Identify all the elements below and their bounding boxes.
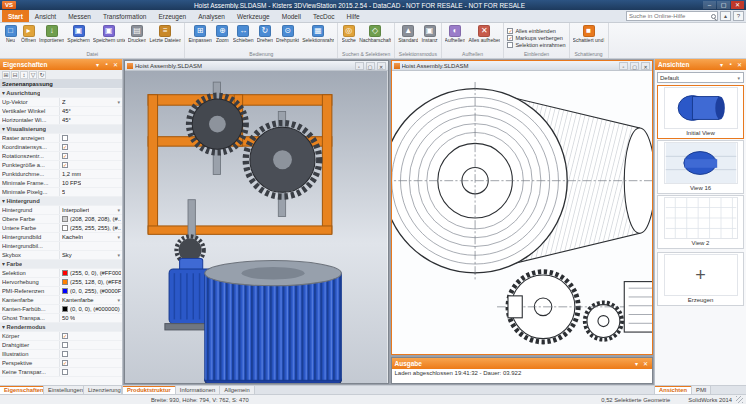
tab-tecdoc[interactable]: TecDoc [307,10,341,22]
property-value[interactable]: (255, 255, 255), (#... [59,224,122,232]
property-row[interactable]: Minimale Frame...10 FPS [0,179,122,188]
ribbon-button-standard[interactable]: ▲Standard [397,24,419,44]
chevron-down-icon[interactable] [718,61,725,68]
property-value[interactable]: (0, 0, 0), (#000000) [59,305,122,313]
ribbon-button-einpassen[interactable]: ⊞Einpassen [187,24,212,44]
ribbon-button-aufhellen[interactable]: ◐Aufhellen [444,24,467,44]
property-value[interactable]: ✓ [59,332,122,340]
close-icon[interactable] [642,360,649,367]
property-row[interactable]: Rotationszentr...✓ [0,152,122,161]
tab-erzeugen[interactable]: Erzeugen [152,10,192,22]
minimize-button[interactable] [703,1,716,9]
property-value[interactable] [59,134,122,142]
ribbon-checkbox-alles-einblenden[interactable]: ✓Alles einblenden [507,28,565,34]
sort-icon[interactable]: ↕ [20,71,28,79]
tab-ansicht[interactable]: Ansicht [29,10,62,22]
view-item-view-2[interactable]: View 2 [657,195,744,249]
panel-tab-einstellungen[interactable]: Einstellungen [44,386,84,394]
property-row[interactable]: Punktegröße a...✓ [0,161,122,170]
ribbon-button-speichern[interactable]: ▣Speichern [66,24,91,44]
checkbox-icon[interactable]: ✓ [62,360,68,366]
property-value[interactable]: ✓ [59,161,122,169]
property-row[interactable]: Drahtgitter [0,341,122,350]
pin-icon[interactable] [727,61,734,68]
property-row[interactable]: Körper✓ [0,332,122,341]
property-row[interactable]: HintergrundInterpoliert▾ [0,206,122,215]
panel-tab-lizenzierung[interactable]: Lizenzierung [84,386,122,394]
property-value[interactable]: 5 [59,188,122,196]
ribbon-button-drehpunkt[interactable]: ⊙Drehpunkt [275,24,300,44]
close-button[interactable] [731,1,744,9]
property-value[interactable]: Z▾ [59,98,122,106]
views-tab-ansichten[interactable]: Ansichten [655,386,692,394]
property-row[interactable]: Keine Transpar... [0,368,122,377]
close-icon[interactable] [736,61,743,68]
ribbon-button-schattiert-und-kanten[interactable]: ■Schattiert und Kanten ▾ [572,24,606,44]
viewport-right-canvas[interactable] [392,71,653,354]
checkbox-icon[interactable]: ✓ [62,144,68,150]
property-row[interactable]: Selektion(255, 0, 0), (#FF0000) [0,269,122,278]
close-icon[interactable] [112,61,119,68]
property-section[interactable]: ▾ Visualisierung [0,125,122,134]
view-item-initial-view[interactable]: Initial View [657,85,744,139]
maximize-viewport-button[interactable] [366,62,375,70]
ribbon-button-neu[interactable]: □Neu [2,24,19,44]
property-row[interactable]: Up-VektorZ▾ [0,98,122,107]
property-section[interactable]: ▾ Rendermodus [0,323,122,332]
expand-all-icon[interactable]: ⊞ [2,71,10,79]
property-row[interactable]: Illustration [0,350,122,359]
help-button[interactable] [733,11,744,21]
tab-analysen[interactable]: Analysen [192,10,231,22]
property-section[interactable]: ▾ Farbe [0,260,122,269]
property-row[interactable]: HintergrundbildKacheln▾ [0,233,122,242]
property-row[interactable]: Raster anzeigen [0,134,122,143]
pin-icon[interactable] [103,61,110,68]
property-value[interactable]: ✓ [59,143,122,151]
property-value[interactable]: 1,2 mm [59,170,122,178]
float-window-button[interactable] [619,62,628,70]
property-row[interactable]: Perspektive✓ [0,359,122,368]
close-viewport-button[interactable] [641,62,650,70]
ribbon-button-öffnen[interactable]: ▸Öffnen [20,24,37,44]
refresh-icon[interactable]: ↻ [38,71,46,79]
panel-tab-eigenschaften[interactable]: Eigenschaften [0,386,44,394]
property-row[interactable]: KantenfarbeKantenfarbe▾ [0,296,122,305]
property-value[interactable]: (208, 208, 208), (#... [59,215,122,223]
ribbon-button-importieren[interactable]: ↓Importieren [38,24,65,44]
ribbon-button-alles-aufheben[interactable]: ✕Alles aufheben [467,24,501,44]
help-search-input[interactable] [626,11,718,21]
property-value[interactable] [59,350,122,358]
property-value[interactable] [59,242,122,250]
checkbox-icon[interactable]: ✓ [62,162,68,168]
property-section[interactable]: ▾ Hintergrund [0,197,122,206]
viewport-left-canvas[interactable] [125,71,388,383]
checkbox-icon[interactable] [62,351,68,357]
property-value[interactable]: (0, 0, 255), (#0000FF) [59,287,122,295]
property-value[interactable] [59,341,122,349]
create-view-button[interactable]: Erzeugen [657,252,744,306]
ribbon-button-zoom[interactable]: ⊕Zoom [214,24,231,44]
property-row[interactable]: Obere Farbe(208, 208, 208), (#... [0,215,122,224]
property-row[interactable]: Ghost Transpa...50 % [0,314,122,323]
property-section[interactable]: ▾ Ausrichtung [0,89,122,98]
property-row[interactable]: Untere Farbe(255, 255, 255), (#... [0,224,122,233]
property-value[interactable] [59,368,122,376]
checkbox-icon[interactable] [62,135,68,141]
ribbon-button-suche[interactable]: ◎Suche [340,24,357,44]
property-row[interactable]: Hintergrundbil... [0,242,122,251]
property-row[interactable]: Punktdurchme...1,2 mm [0,170,122,179]
ribbon-button-selektionsrahmen[interactable]: ▦Selektionsrahmen [301,24,335,44]
checkbox-icon[interactable]: ✓ [62,153,68,159]
tab-hilfe[interactable]: Hilfe [341,10,366,22]
chevron-down-icon[interactable] [94,61,101,68]
property-row[interactable]: Hervorhebung(255, 128, 0), (#FF8... [0,278,122,287]
doc-tab-produktstruktur[interactable]: Produktstruktur [123,386,176,394]
chevron-down-icon[interactable] [633,360,640,367]
property-value[interactable]: (255, 0, 0), (#FF0000) [59,269,122,277]
views-default-combo[interactable]: Default [657,72,744,83]
maximize-viewport-button[interactable] [630,62,639,70]
property-value[interactable]: Kantenfarbe▾ [59,296,122,304]
property-row[interactable]: Minimale Pixelg...5 [0,188,122,197]
tab-transformation[interactable]: Transformation [97,10,152,22]
ribbon-button-instanz[interactable]: ▣Instanz [420,24,438,44]
